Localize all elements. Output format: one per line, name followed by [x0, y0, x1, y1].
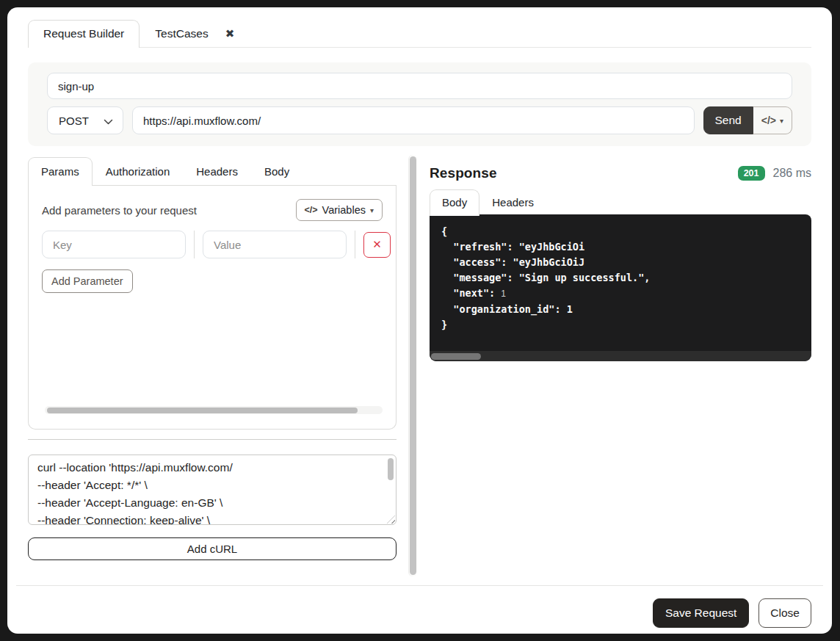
response-time: 286 ms — [773, 167, 811, 180]
caret-down-icon: ▾ — [780, 117, 783, 125]
code-icon: </> — [761, 115, 776, 126]
response-horizontal-scrollbar[interactable] — [430, 351, 811, 361]
params-panel: Add parameters to your request </> Varia… — [28, 186, 397, 430]
parameter-row: ✕ — [42, 231, 383, 258]
top-tab-bar: Request Builder TestCases ✖ — [28, 20, 811, 48]
divider — [28, 439, 397, 440]
response-tab-bar: Body Headers — [430, 187, 811, 214]
divider — [16, 585, 823, 586]
tab-authorization[interactable]: Authorization — [93, 157, 184, 185]
curl-textarea[interactable]: curl --location 'https://api.muxflow.com… — [28, 455, 397, 525]
json-line: "refresh": "eyJhbGciOi — [441, 239, 801, 255]
caret-down-icon: ▾ — [370, 206, 374, 214]
curl-line: curl --location 'https://api.muxflow.com… — [37, 459, 381, 477]
param-value-input[interactable] — [203, 231, 347, 258]
remove-icon: ✕ — [372, 238, 382, 251]
close-icon[interactable]: ✖ — [224, 21, 241, 47]
url-input[interactable] — [132, 106, 695, 134]
json-line: } — [441, 317, 801, 333]
main-area: Params Authorization Headers Body Add pa… — [28, 155, 811, 576]
response-panel: Response 201 286 ms Body Headers { "refr… — [430, 155, 811, 576]
resize-handle-icon[interactable] — [387, 515, 395, 524]
scrollbar-thumb[interactable] — [431, 353, 481, 360]
params-hint: Add parameters to your request — [42, 204, 197, 217]
request-tab-bar: Params Authorization Headers Body — [28, 155, 397, 186]
response-body-viewer[interactable]: { "refresh": "eyJhbGciOi "access": "eyJh… — [430, 214, 811, 361]
tab-body[interactable]: Body — [251, 157, 303, 185]
curl-line: --header 'Connection: keep-alive' \ — [37, 512, 381, 525]
divider — [194, 231, 195, 258]
tab-params[interactable]: Params — [28, 157, 93, 186]
code-snippet-dropdown[interactable]: </> ▾ — [753, 106, 792, 134]
close-button[interactable]: Close — [758, 598, 811, 628]
method-select[interactable]: POST — [47, 106, 123, 134]
remove-parameter-button[interactable]: ✕ — [363, 232, 391, 258]
save-request-button[interactable]: Save Request — [653, 598, 749, 628]
tab-headers[interactable]: Headers — [183, 157, 251, 185]
curl-line: --header 'Accept-Language: en-GB' \ — [37, 494, 381, 512]
curl-vertical-scrollbar[interactable] — [388, 458, 394, 480]
divider — [355, 231, 355, 258]
scrollbar-thumb[interactable] — [410, 156, 416, 575]
params-horizontal-scrollbar[interactable] — [45, 406, 383, 414]
param-key-input[interactable] — [42, 231, 186, 258]
tab-response-body[interactable]: Body — [430, 189, 479, 216]
method-value: POST — [59, 115, 89, 127]
chevron-down-icon — [104, 115, 113, 127]
variables-label: Variables — [322, 204, 366, 216]
json-line: { — [441, 224, 801, 239]
status-badge: 201 — [738, 166, 765, 181]
request-builder-modal: Request Builder TestCases ✖ POST Send </… — [7, 7, 832, 634]
code-icon: </> — [305, 205, 318, 215]
add-parameter-button[interactable]: Add Parameter — [42, 269, 133, 293]
tab-response-headers[interactable]: Headers — [479, 189, 546, 214]
scrollbar-thumb[interactable] — [47, 408, 358, 413]
request-config-panel: Params Authorization Headers Body Add pa… — [28, 155, 397, 576]
response-title: Response — [430, 165, 497, 181]
modal-footer: Save Request Close — [28, 598, 811, 628]
request-bar: POST Send </> ▾ — [28, 62, 811, 146]
json-line: "organization_id": 1 — [441, 302, 801, 317]
send-button[interactable]: Send — [703, 106, 753, 134]
tab-request-builder[interactable]: Request Builder — [28, 20, 140, 48]
curl-line: --header 'Accept: */*' \ — [37, 477, 381, 494]
variables-dropdown[interactable]: </> Variables ▾ — [296, 199, 383, 221]
request-name-input[interactable] — [47, 73, 792, 99]
json-line: "access": "eyJhbGciOiJ — [441, 255, 801, 270]
json-line: "next": 1 — [441, 286, 801, 302]
json-line: "message": "Sign up successful.", — [441, 270, 801, 286]
tab-test-cases[interactable]: TestCases — [140, 20, 223, 47]
json-number-value: 1 — [501, 289, 506, 299]
add-curl-button[interactable]: Add cURL — [28, 537, 397, 560]
send-button-group: Send </> ▾ — [703, 106, 792, 134]
left-panel-vertical-scrollbar[interactable] — [408, 155, 417, 576]
